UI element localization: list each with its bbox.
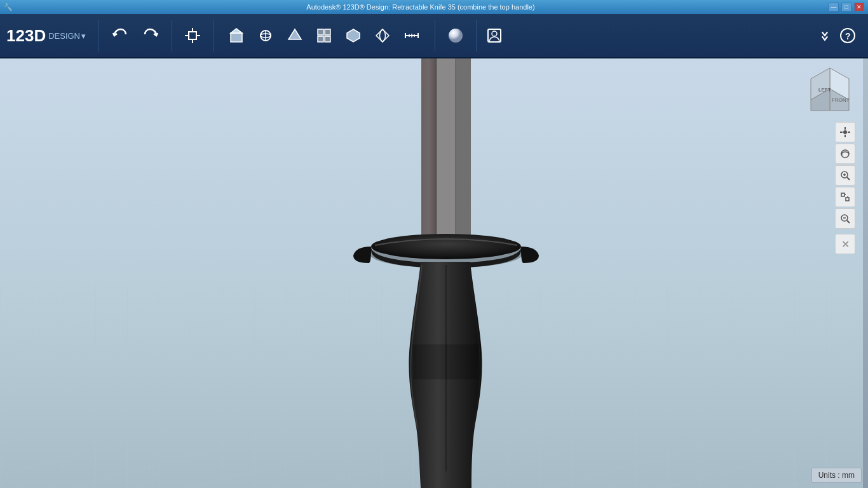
material-button[interactable] — [442, 20, 470, 51]
svg-text:LEFT: LEFT — [818, 87, 831, 93]
signin-button[interactable] — [483, 20, 506, 51]
title-bar-controls: — □ ✕ — [829, 3, 864, 11]
units-label[interactable]: Units : mm — [811, 468, 862, 483]
close-button[interactable]: ✕ — [854, 3, 864, 11]
nav-zoom-in-button[interactable] — [835, 165, 855, 186]
svg-rect-54 — [846, 198, 849, 201]
transform-button[interactable] — [179, 20, 207, 51]
modify-button[interactable] — [339, 20, 367, 51]
separator-2 — [172, 20, 172, 51]
primitives-button[interactable] — [222, 20, 250, 51]
nav-close-button[interactable]: ✕ — [835, 234, 855, 254]
svg-rect-0 — [189, 32, 196, 39]
title-bar-icon: 🔧 — [4, 3, 13, 11]
viewcube[interactable]: LEFT FRONT — [804, 65, 855, 116]
grid-button[interactable] — [310, 20, 338, 51]
maximize-button[interactable]: □ — [841, 3, 851, 11]
title-bar-title: Autodesk® 123D® Design: Retractable Knif… — [13, 3, 829, 11]
logo-area: 123D DESIGN ▾ — [6, 26, 86, 46]
title-bar: 🔧 Autodesk® 123D® Design: Retractable Kn… — [0, 0, 868, 14]
svg-rect-31 — [456, 58, 471, 255]
svg-rect-30 — [437, 58, 456, 255]
svg-marker-6 — [231, 29, 242, 33]
right-edge-scrollbar — [863, 58, 868, 488]
svg-rect-29 — [421, 58, 437, 255]
primitives-group — [220, 17, 428, 54]
main-toolbar: 123D DESIGN ▾ — [0, 14, 868, 58]
svg-text:FRONT: FRONT — [832, 97, 850, 103]
pattern-button[interactable] — [369, 20, 397, 51]
svg-point-24 — [492, 31, 497, 36]
logo-123d: 123D — [6, 26, 46, 46]
undo-button[interactable] — [105, 20, 133, 51]
nav-panel: ✕ — [835, 122, 855, 254]
help-button[interactable]: ? — [834, 20, 862, 51]
separator-3 — [213, 20, 214, 51]
nav-zoom-out-button[interactable] — [835, 208, 855, 229]
svg-marker-15 — [347, 29, 360, 42]
knife-object — [0, 58, 868, 488]
svg-point-35 — [371, 234, 521, 259]
separator-4 — [435, 20, 435, 51]
nav-orbit-button[interactable] — [835, 144, 855, 164]
construct-button[interactable] — [281, 20, 309, 51]
sketch-button[interactable] — [252, 20, 280, 51]
minimize-button[interactable]: — — [829, 3, 839, 11]
svg-rect-11 — [318, 29, 323, 35]
svg-rect-5 — [231, 33, 242, 42]
svg-text:?: ? — [845, 31, 851, 41]
nav-pan-button[interactable] — [835, 122, 855, 142]
svg-point-43 — [843, 130, 847, 134]
separator-1 — [98, 20, 99, 51]
svg-marker-10 — [288, 29, 301, 39]
svg-rect-53 — [841, 193, 844, 196]
redo-button[interactable] — [137, 20, 165, 51]
svg-rect-14 — [325, 36, 330, 42]
svg-rect-12 — [325, 29, 330, 35]
svg-line-58 — [847, 220, 850, 223]
separator-5 — [476, 20, 477, 51]
svg-point-22 — [449, 29, 463, 43]
svg-rect-13 — [318, 36, 323, 42]
measure-button[interactable] — [398, 20, 426, 51]
toolbar-dropdown-button[interactable] — [820, 20, 830, 51]
svg-line-50 — [847, 177, 850, 180]
logo-design: DESIGN ▾ — [48, 31, 86, 41]
nav-fit-button[interactable] — [835, 187, 855, 207]
viewport[interactable]: LEFT FRONT — [0, 58, 868, 488]
